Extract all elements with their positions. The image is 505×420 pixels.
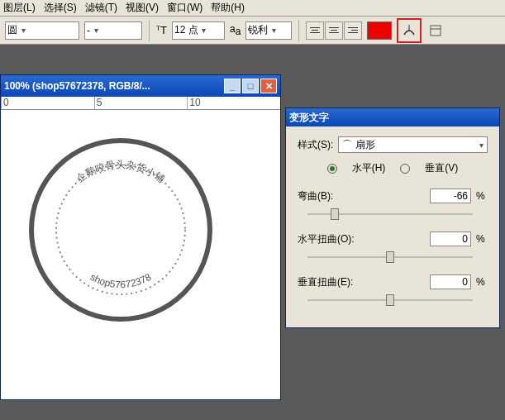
warp-text-panel: 变形文字 样式(S): ⌒ 扇形 ▾ 水平(H) 垂直(V) 弯曲(B): -6… [285, 107, 500, 328]
font-size-value: 12 点 [174, 23, 198, 37]
document-titlebar[interactable]: 100% (shop57672378, RGB/8/... _ □ ✕ [1, 75, 280, 97]
vdist-input[interactable]: 0 [430, 274, 471, 289]
font-size-dropdown[interactable]: 12 点▾ [172, 21, 225, 40]
svg-point-4 [56, 165, 185, 294]
svg-rect-1 [431, 26, 441, 36]
bend-slider[interactable] [307, 207, 473, 222]
vertical-radio[interactable] [400, 164, 410, 174]
style-value: 扇形 [355, 138, 375, 152]
minimize-button[interactable]: _ [224, 79, 241, 93]
maximize-button[interactable]: □ [242, 79, 259, 93]
svg-text:企鹅咬骨头杂货小铺: 企鹅咬骨头杂货小铺 [74, 159, 167, 185]
close-button[interactable]: ✕ [260, 79, 277, 93]
pct: % [476, 190, 488, 202]
arc-icon: ⌒ [342, 138, 352, 152]
horizontal-radio[interactable] [327, 164, 337, 174]
bend-label: 弯曲(B): [298, 189, 364, 203]
horizontal-label: 水平(H) [352, 161, 386, 175]
ruler-tick: 10 [187, 97, 280, 109]
stamp-bottom-text: shop57672378 [88, 271, 154, 291]
warp-text-icon [402, 23, 417, 38]
vdist-slider[interactable] [307, 293, 473, 308]
document-window: 100% (shop57672378, RGB/8/... _ □ ✕ 0 5 … [0, 74, 281, 400]
options-bar: 圆▾ -▾ ᵀT 12 点▾ aa 锐利▾ [0, 17, 505, 45]
antialias-icon: aa [230, 23, 241, 37]
menu-select[interactable]: 选择(S) [44, 1, 77, 15]
panel-titlebar[interactable]: 变形文字 [286, 108, 499, 126]
hdist-input[interactable]: 0 [430, 231, 471, 246]
stamp-top-text: 企鹅咬骨头杂货小铺 [74, 159, 167, 185]
menu-view[interactable]: 视图(V) [126, 1, 159, 15]
menu-bar: 图层(L) 选择(S) 滤镜(T) 视图(V) 窗口(W) 帮助(H) [0, 0, 505, 17]
vdist-label: 垂直扭曲(E): [298, 275, 364, 289]
text-align-group [306, 21, 362, 40]
warp-text-button[interactable] [397, 18, 422, 43]
svg-text:shop57672378: shop57672378 [88, 271, 154, 291]
menu-window[interactable]: 窗口(W) [167, 1, 202, 15]
palette-toggle-button[interactable] [426, 21, 445, 40]
hdist-label: 水平扭曲(O): [298, 232, 364, 246]
align-center-button[interactable] [325, 21, 343, 40]
style-label: 样式(S): [298, 138, 333, 152]
text-size-icon: ᵀT [156, 24, 167, 36]
canvas[interactable]: 企鹅咬骨头杂货小铺 shop57672378 [1, 110, 280, 399]
align-right-button[interactable] [344, 21, 362, 40]
stamp-graphic: 企鹅咬骨头杂货小铺 shop57672378 [26, 135, 216, 325]
vertical-label: 垂直(V) [425, 161, 458, 175]
ruler-tick: 5 [94, 97, 188, 109]
text-color-swatch[interactable] [367, 21, 392, 40]
menu-layer[interactable]: 图层(L) [3, 1, 36, 15]
document-title: 100% (shop57672378, RGB/8/... [4, 80, 224, 92]
font-family-value: 圆 [7, 23, 17, 37]
font-style-dropdown[interactable]: -▾ [84, 21, 142, 40]
horizontal-ruler: 0 5 10 [1, 97, 280, 110]
antialias-value: 锐利 [248, 23, 268, 37]
panel-title: 变形文字 [289, 111, 496, 125]
ruler-tick: 0 [1, 97, 94, 109]
align-left-button[interactable] [306, 21, 324, 40]
font-family-dropdown[interactable]: 圆▾ [5, 21, 79, 40]
palette-icon [429, 24, 442, 37]
hdist-slider[interactable] [307, 250, 473, 265]
menu-filter[interactable]: 滤镜(T) [85, 1, 117, 15]
bend-input[interactable]: -66 [430, 189, 471, 203]
menu-help[interactable]: 帮助(H) [211, 1, 245, 15]
antialias-dropdown[interactable]: 锐利▾ [245, 21, 292, 40]
style-dropdown[interactable]: ⌒ 扇形 ▾ [338, 136, 488, 153]
